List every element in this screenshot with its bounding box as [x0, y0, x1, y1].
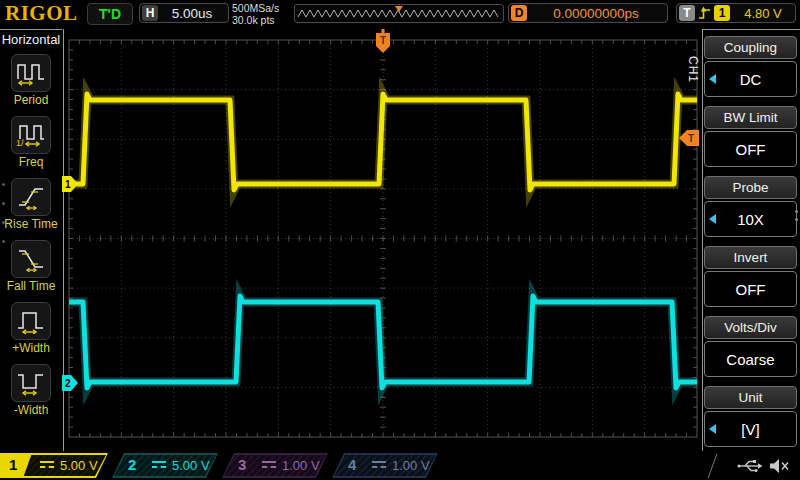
menu-value: Coarse [726, 351, 774, 368]
menu-item-probe[interactable]: Probe 10X [704, 176, 797, 237]
channel-scale: 5.00 V [60, 458, 98, 473]
waveform-preview-bar[interactable] [294, 4, 504, 23]
dc-coupling-icon [372, 461, 386, 468]
delay-value: 0.00000000ps [527, 6, 665, 21]
channel-number: 4 [348, 456, 356, 473]
scroll-indicator-dot [2, 221, 5, 224]
right-panel-border [702, 29, 703, 451]
oscilloscope-screen: RIGOL T'D H 5.00us 500MSa/s 30.0k pts D … [0, 0, 800, 480]
channel-menu: Coupling DC BW Limit OFF Probe 10X Inver… [704, 36, 797, 456]
horizontal-timebase-box[interactable]: H 5.00us [139, 3, 229, 23]
menu-item-volts-div[interactable]: Volts/Div Coarse [704, 316, 797, 377]
preview-waveform [295, 5, 503, 22]
menu-value: DC [740, 71, 762, 88]
channel-number: 1 [9, 456, 17, 473]
menu-arrow-icon [709, 424, 716, 434]
left-menu-title: Horizontal [0, 32, 62, 47]
scroll-indicator-dot [2, 240, 5, 243]
menu-item-coupling[interactable]: Coupling DC [704, 36, 797, 97]
rigol-logo: RIGOL [5, 1, 78, 26]
dc-coupling-icon [152, 461, 166, 468]
waveform-display: 12TT [62, 28, 700, 452]
channel-number: 3 [238, 456, 246, 473]
delay-box[interactable]: D 0.00000000ps [508, 3, 668, 23]
measure-item-nwidth[interactable]: -Width [0, 364, 62, 417]
trigger-t-icon: T [679, 5, 695, 21]
sample-rate-value: 500MSa/s [232, 2, 279, 14]
measure-item-pwidth[interactable]: +Width [0, 302, 62, 355]
acquisition-info: 500MSa/s 30.0k pts [232, 2, 279, 26]
menu-page-dot [795, 210, 798, 213]
dc-coupling-icon [40, 461, 54, 468]
svg-text:2: 2 [65, 378, 71, 389]
period-icon [16, 60, 46, 86]
svg-text:1: 1 [65, 179, 71, 190]
menu-page-dot [795, 218, 798, 221]
menu-value: [V] [741, 421, 759, 438]
measure-item-fall-time[interactable]: Fall Time [0, 240, 62, 293]
right-panel-divider [702, 29, 800, 30]
svg-text:1/: 1/ [16, 138, 24, 148]
menu-value: OFF [736, 281, 766, 298]
svg-text:T: T [688, 133, 694, 144]
status-divider [708, 454, 718, 478]
menu-value: 10X [737, 211, 764, 228]
measure-item-freq[interactable]: 1/ Freq [0, 116, 62, 169]
channel-scale: 1.00 V [392, 458, 430, 473]
freq-icon: 1/ [16, 122, 46, 148]
minus-width-icon [16, 370, 46, 396]
channel-status-bar: 1 5.00 V 2 5.00 V 3 1.00 V 4 1.00 V [0, 452, 800, 480]
horizontal-measure-menu: Horizontal Period 1/ Freq [0, 28, 62, 452]
menu-item-unit[interactable]: Unit [V] [704, 386, 797, 447]
channel-3-status[interactable]: 3 1.00 V [222, 453, 328, 478]
trigger-level-value: 4.80 V [733, 6, 793, 21]
rise-time-icon [16, 184, 46, 210]
svg-text:T: T [380, 35, 386, 46]
trigger-source-badge: 1 [714, 5, 730, 21]
plus-width-icon [16, 308, 46, 334]
channel-scale: 5.00 V [172, 458, 210, 473]
dc-coupling-icon [262, 461, 276, 468]
menu-arrow-icon [709, 214, 716, 224]
h-icon: H [142, 5, 158, 21]
channel-4-status[interactable]: 4 1.00 V [332, 453, 438, 478]
rising-edge-icon [698, 5, 711, 21]
trigger-status-badge: T'D [87, 3, 133, 25]
speaker-muted-icon [770, 459, 788, 473]
menu-value: OFF [736, 141, 766, 158]
menu-item-bw-limit[interactable]: BW Limit OFF [704, 106, 797, 167]
measure-item-rise-time[interactable]: Rise Time [0, 178, 62, 231]
delay-d-icon: D [511, 5, 527, 21]
channel-number: 2 [128, 456, 136, 473]
fall-time-icon [16, 246, 46, 272]
top-bar: RIGOL T'D H 5.00us 500MSa/s 30.0k pts D … [0, 0, 800, 28]
menu-channel-label: CH1 [686, 56, 700, 83]
scroll-indicator-dot [2, 202, 5, 205]
trigger-box[interactable]: T 1 4.80 V [676, 3, 796, 23]
menu-arrow-icon [709, 74, 716, 84]
usb-icon [737, 460, 762, 472]
channel-2-status[interactable]: 2 5.00 V [112, 453, 218, 478]
preview-trigger-marker [395, 6, 403, 12]
channel-scale: 1.00 V [282, 458, 320, 473]
scroll-indicator-dot [2, 183, 5, 186]
channel-1-status[interactable]: 1 5.00 V [0, 453, 108, 478]
menu-item-invert[interactable]: Invert OFF [704, 246, 797, 307]
measure-item-period[interactable]: Period [0, 54, 62, 107]
timebase-value: 5.00us [158, 6, 226, 21]
memory-depth-value: 30.0k pts [232, 14, 279, 26]
